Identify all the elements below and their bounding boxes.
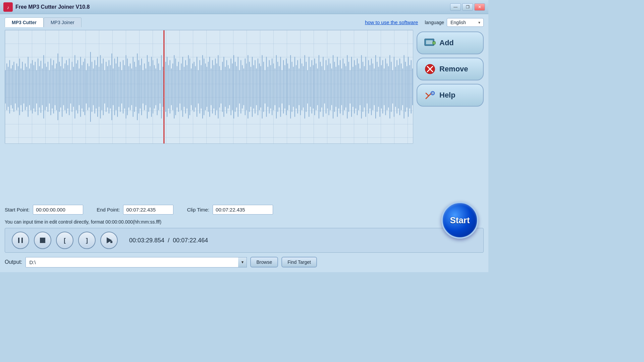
waveform-panel[interactable]: // Generate waveform bars in SVG via inl… bbox=[5, 30, 413, 144]
start-point-input[interactable] bbox=[33, 205, 83, 215]
total-time: 00:07:22.464 bbox=[173, 237, 208, 244]
close-button[interactable]: ✕ bbox=[474, 3, 485, 11]
svg-text:♪: ♪ bbox=[7, 5, 9, 10]
mark-end-button[interactable]: ] bbox=[78, 232, 96, 249]
svg-rect-302 bbox=[21, 238, 23, 243]
help-button[interactable]: ? Help bbox=[417, 84, 484, 107]
start-button[interactable]: Start bbox=[441, 202, 478, 239]
play-button[interactable] bbox=[100, 232, 118, 249]
remove-button[interactable]: Remove bbox=[417, 58, 484, 80]
browse-button[interactable]: Browse bbox=[250, 257, 278, 267]
transport-row: [ ] 00:03:29.854 / 00:07:22.464 bbox=[5, 228, 484, 253]
svg-line-298 bbox=[426, 93, 429, 96]
end-point-input[interactable] bbox=[123, 205, 173, 215]
help-text: You can input time in edit control direc… bbox=[5, 219, 484, 225]
content-row: // Generate waveform bars in SVG via inl… bbox=[5, 30, 484, 201]
time-fields-row: Start Point: End Point: Clip Time: bbox=[5, 203, 484, 216]
add-icon: + bbox=[424, 37, 436, 49]
minimize-button[interactable]: — bbox=[450, 3, 461, 11]
remove-label: Remove bbox=[439, 65, 468, 73]
output-dropdown-button[interactable]: ▼ bbox=[238, 257, 247, 267]
start-point-label: Start Point: bbox=[5, 207, 30, 213]
time-separator: / bbox=[166, 237, 173, 244]
svg-rect-291 bbox=[426, 40, 433, 44]
how-to-link[interactable]: how to use the software bbox=[365, 19, 418, 25]
output-path-input[interactable] bbox=[25, 257, 247, 267]
app-title: Free MP3 Cutter Joiner V10.8 bbox=[15, 4, 450, 10]
svg-text:]: ] bbox=[86, 237, 88, 244]
language-select[interactable]: English Chinese Spanish French German bbox=[447, 18, 484, 27]
output-row: Output: ▼ Browse Find Target bbox=[5, 255, 484, 269]
waveform-grid bbox=[5, 30, 413, 143]
svg-text:[: [ bbox=[64, 237, 66, 244]
tab-mp3-cutter[interactable]: MP3 Cutter bbox=[5, 17, 44, 27]
add-button[interactable]: + Add bbox=[417, 32, 484, 54]
add-label: Add bbox=[439, 39, 454, 47]
svg-rect-301 bbox=[18, 238, 19, 243]
language-wrapper: English Chinese Spanish French German bbox=[447, 18, 484, 27]
start-label: Start bbox=[450, 215, 470, 226]
bottom-section: Start Point: End Point: Clip Time: You c… bbox=[5, 203, 484, 269]
header-row: MP3 Cutter MP3 Joiner how to use the sof… bbox=[5, 17, 484, 27]
remove-icon bbox=[424, 63, 436, 75]
svg-rect-303 bbox=[40, 238, 45, 243]
main-area: MP3 Cutter MP3 Joiner how to use the sof… bbox=[0, 14, 488, 272]
current-time: 00:03:29.854 bbox=[129, 237, 164, 244]
svg-text:?: ? bbox=[432, 92, 434, 95]
svg-rect-307 bbox=[110, 241, 112, 243]
time-display: 00:03:29.854 / 00:07:22.464 bbox=[129, 237, 208, 244]
mark-start-button[interactable]: [ bbox=[56, 232, 73, 249]
restore-button[interactable]: ❐ bbox=[462, 3, 473, 11]
app-icon: ♪ bbox=[3, 2, 13, 12]
pause-button[interactable] bbox=[12, 232, 29, 249]
output-input-wrapper: ▼ bbox=[25, 257, 247, 267]
right-panel: + Add Remove bbox=[417, 30, 484, 201]
find-target-button[interactable]: Find Target bbox=[281, 257, 317, 267]
stop-button[interactable] bbox=[34, 232, 51, 249]
svg-text:+: + bbox=[433, 42, 435, 45]
tab-mp3-joiner[interactable]: MP3 Joiner bbox=[44, 17, 82, 27]
clip-time-input[interactable] bbox=[213, 205, 273, 215]
window-controls: — ❐ ✕ bbox=[450, 3, 485, 11]
output-label: Output: bbox=[5, 259, 22, 265]
end-point-label: End Point: bbox=[97, 207, 120, 213]
title-bar: ♪ Free MP3 Cutter Joiner V10.8 — ❐ ✕ bbox=[0, 0, 488, 14]
language-label: language bbox=[425, 20, 444, 25]
help-label: Help bbox=[439, 91, 455, 100]
clip-time-label: Clip Time: bbox=[187, 207, 209, 213]
help-icon: ? bbox=[424, 89, 436, 101]
